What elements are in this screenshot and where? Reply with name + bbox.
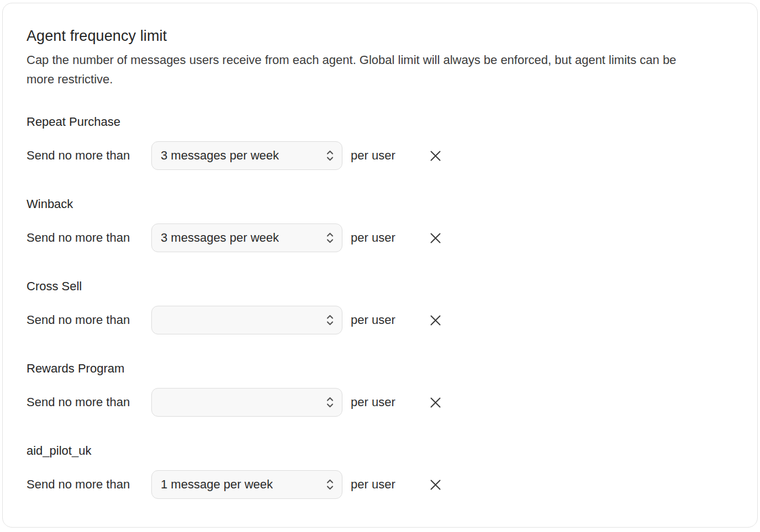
up-down-chevron-icon: [325, 478, 335, 491]
frequency-prefix-label: Send no more than: [27, 395, 151, 409]
remove-limit-button[interactable]: [427, 394, 444, 411]
up-down-chevron-icon: [325, 231, 335, 244]
frequency-row: Send no more than 3 messages per week pe…: [27, 141, 735, 170]
page-title: Agent frequency limit: [27, 28, 735, 45]
frequency-suffix-label: per user: [351, 148, 395, 163]
frequency-prefix-label: Send no more than: [27, 231, 151, 245]
frequency-row: Send no more than 1 message per week per…: [27, 470, 735, 499]
close-x-icon: [428, 477, 443, 492]
frequency-select[interactable]: 3 messages per week: [151, 141, 342, 170]
frequency-suffix-label: per user: [351, 313, 395, 327]
agent-frequency-limit-card: Agent frequency limit Cap the number of …: [2, 3, 758, 528]
frequency-select[interactable]: 1 message per week: [151, 470, 342, 499]
frequency-row: Send no more than 3 messages per week pe…: [27, 224, 735, 252]
frequency-select[interactable]: [151, 306, 342, 334]
remove-limit-button[interactable]: [427, 230, 444, 247]
close-x-icon: [428, 313, 443, 328]
remove-limit-button[interactable]: [427, 312, 444, 329]
frequency-row: Send no more than per user: [27, 388, 735, 417]
frequency-select-value: 1 message per week: [161, 477, 273, 492]
close-x-icon: [428, 231, 443, 246]
up-down-chevron-icon: [325, 149, 335, 162]
frequency-suffix-label: per user: [351, 231, 395, 245]
agent-name: aid_pilot_uk: [27, 444, 735, 458]
up-down-chevron-icon: [325, 313, 335, 327]
close-x-icon: [428, 395, 443, 410]
remove-limit-button[interactable]: [427, 476, 444, 493]
frequency-select[interactable]: 3 messages per week: [151, 224, 342, 252]
up-down-chevron-icon: [325, 396, 335, 409]
close-x-icon: [428, 148, 443, 163]
agent-name: Winback: [27, 197, 735, 211]
agent-name: Rewards Program: [27, 361, 735, 376]
agent-name: Cross Sell: [27, 279, 735, 294]
frequency-suffix-label: per user: [351, 477, 395, 492]
frequency-prefix-label: Send no more than: [27, 313, 151, 327]
frequency-select-value: 3 messages per week: [161, 148, 279, 163]
agent-section: Cross Sell Send no more than per user: [27, 279, 735, 334]
frequency-prefix-label: Send no more than: [27, 148, 151, 163]
agent-name: Repeat Purchase: [27, 115, 735, 129]
agent-section: Winback Send no more than 3 messages per…: [27, 197, 735, 252]
frequency-select[interactable]: [151, 388, 342, 417]
frequency-select-value: 3 messages per week: [161, 231, 279, 245]
page-description: Cap the number of messages users receive…: [27, 50, 698, 89]
frequency-prefix-label: Send no more than: [27, 477, 151, 492]
frequency-row: Send no more than per user: [27, 306, 735, 334]
agent-section: Repeat Purchase Send no more than 3 mess…: [27, 115, 735, 170]
agent-section: aid_pilot_uk Send no more than 1 message…: [27, 444, 735, 499]
frequency-suffix-label: per user: [351, 395, 395, 409]
remove-limit-button[interactable]: [427, 147, 444, 164]
agent-section: Rewards Program Send no more than per us…: [27, 361, 735, 417]
